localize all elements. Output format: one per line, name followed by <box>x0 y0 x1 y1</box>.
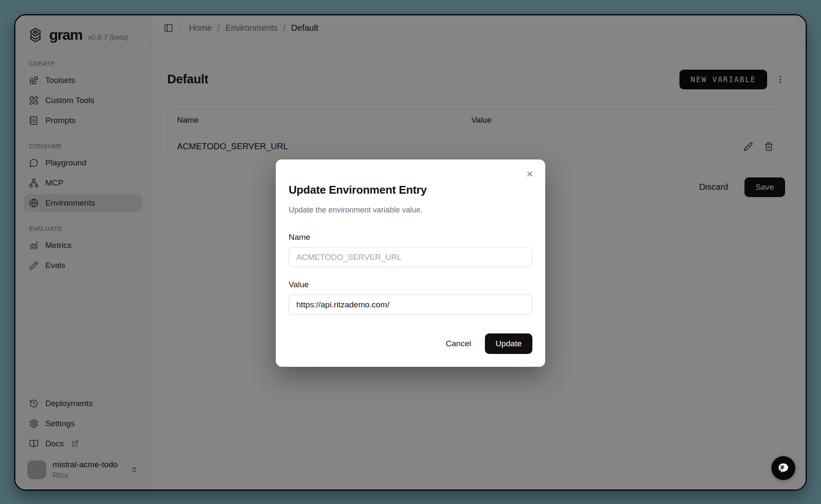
update-button[interactable]: Update <box>485 333 532 354</box>
dialog-actions: Cancel Update <box>289 333 532 354</box>
dialog-subtitle: Update the environment variable value. <box>289 206 532 215</box>
app-window: gram v0.8.7 (beta) CREATE Toolsets <box>14 14 807 491</box>
dialog-title: Update Environment Entry <box>289 183 532 197</box>
chat-bubble-icon <box>777 462 790 475</box>
value-field-label: Value <box>289 280 532 289</box>
update-environment-entry-dialog: Update Environment Entry Update the envi… <box>276 159 545 367</box>
chat-widget-button[interactable] <box>771 456 795 480</box>
close-icon[interactable] <box>526 170 534 178</box>
value-field[interactable] <box>289 295 532 315</box>
name-field[interactable] <box>289 247 532 267</box>
name-field-label: Name <box>289 233 532 242</box>
cancel-button[interactable]: Cancel <box>437 334 481 354</box>
